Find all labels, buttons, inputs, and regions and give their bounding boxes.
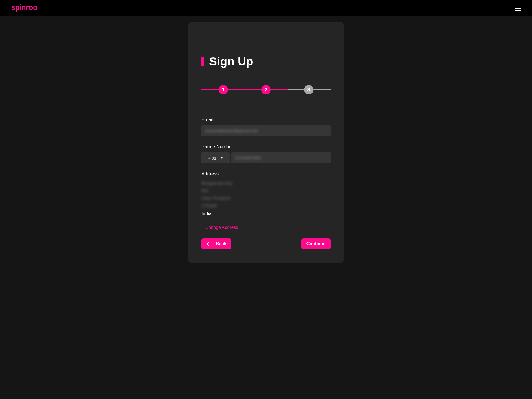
app-header: spinroo [0,0,532,16]
continue-button[interactable]: Continue [301,238,331,249]
back-button[interactable]: Back [201,238,231,249]
page-title: Sign Up [209,55,253,68]
menu-icon[interactable] [515,6,521,11]
chevron-down-icon [220,157,223,159]
address-line-4: 275305 [201,202,217,210]
back-button-label: Back [216,241,226,246]
address-line-1: Mutgamda Roj [201,180,232,187]
title-row: Sign Up [201,55,331,68]
dial-code-value: + 91 [208,156,216,160]
address-line-2: MS [201,187,209,195]
phone-input[interactable] [231,152,331,163]
step-dot-2: 2 [261,85,271,94]
button-row: Back Continue [201,238,331,249]
address-field-group: Address Mutgamda Roj MS Uttar Pradesh 27… [201,171,331,217]
email-input[interactable] [201,125,331,136]
phone-field-group: Phone Number + 91 01234567890 [201,144,331,163]
address-label: Address [201,171,331,177]
brand-logo[interactable]: spinroo [11,4,37,11]
signup-card: Sign Up 1 2 3 Email jonesrebbeka23@gmail… [188,22,344,263]
address-line-3: Uttar Pradesh [201,195,231,202]
address-country: India [201,210,331,217]
email-label: Email [201,117,331,122]
arrow-left-icon [206,242,213,246]
step-dot-1: 1 [219,85,228,94]
email-field-group: Email jonesrebbeka23@gmail.com [201,117,331,136]
title-accent-bar [201,57,204,66]
change-address-link[interactable]: Change Address [205,225,238,230]
step-dot-3: 3 [304,85,313,94]
progress-stepper: 1 2 3 [201,85,331,95]
dial-code-select[interactable]: + 91 [201,152,230,163]
continue-button-label: Continue [306,241,326,246]
phone-label: Phone Number [201,144,331,150]
